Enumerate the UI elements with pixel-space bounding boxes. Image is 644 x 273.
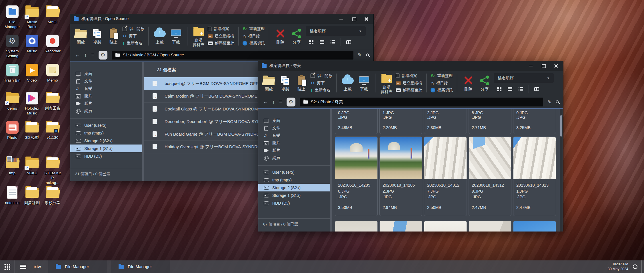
create-archive-button[interactable]: 建立壓縮檔: [396, 80, 423, 86]
settings-button[interactable]: ⚙: [287, 98, 295, 106]
clock[interactable]: 06:37 PM30 May 2024: [608, 262, 628, 272]
view-columns-button[interactable]: [343, 40, 354, 44]
scrollbar-thumb[interactable]: [560, 115, 562, 136]
open-with-button[interactable]: 以...開啟: [123, 26, 144, 32]
taskbar-app-file-manager-1[interactable]: File Manager: [48, 260, 107, 273]
minimize-button[interactable]: [529, 64, 533, 68]
up-button[interactable]: ↑: [272, 99, 275, 104]
desktop-icon-magi[interactable]: MAGI: [43, 5, 62, 25]
address-field[interactable]: S2: / Photo / 奇美: [300, 98, 543, 106]
photo-cell-partial[interactable]: 0.JPG.JPG2.48MB: [335, 109, 378, 134]
minimize-button[interactable]: [339, 17, 343, 21]
rename-button[interactable]: I重新命名: [311, 87, 332, 93]
desktop-icon-system-setting[interactable]: ⚙System Setting: [3, 34, 21, 59]
desktop-icon-tmp[interactable]: tmp: [3, 156, 21, 176]
delete-button[interactable]: 刪除: [461, 74, 475, 92]
desktop-icon-video[interactable]: ▶Video: [23, 64, 41, 83]
search-button[interactable]: [556, 100, 559, 103]
desktop-icon-recorder[interactable]: Recorder: [43, 34, 62, 54]
photo-cell-partial[interactable]: [424, 221, 467, 232]
sidebar-item-desktop[interactable]: 桌面: [70, 70, 142, 78]
photo-cell-partial[interactable]: [513, 221, 556, 232]
paste-button[interactable]: 貼上: [106, 27, 121, 45]
menu-button[interactable]: ≡: [279, 99, 282, 104]
show-desktop-edge[interactable]: [641, 260, 642, 273]
desktop-icon-demo[interactable]: ↗demo: [3, 92, 21, 111]
address-field[interactable]: S1: / Music / BGM / Open Source: [112, 51, 353, 60]
paste-button[interactable]: 貼上: [294, 74, 309, 92]
close-button[interactable]: [364, 17, 368, 21]
desktop-icon-trash-bin[interactable]: Trash Bin: [3, 64, 21, 83]
share-button[interactable]: 分享: [477, 74, 492, 92]
root-button[interactable]: ⌂根目錄: [431, 80, 453, 86]
photo-cell[interactable]: 20230618_143131.JPG.JPG 2.47MB: [513, 136, 556, 216]
refresh-button[interactable]: ↻重新整理: [243, 26, 265, 32]
desktop-icon-photo[interactable]: Photo: [3, 121, 21, 140]
photo-cell[interactable]: 20230618_143129.JPG.JPG 2.47MB: [469, 136, 511, 216]
vertical-scrollbar[interactable]: [560, 109, 563, 232]
view-list-button[interactable]: [505, 87, 515, 91]
taskbar-menu-icon[interactable]: [20, 265, 26, 269]
sort-order-dropdown[interactable]: 檔名順序▼: [306, 26, 366, 36]
sidebar-item-web[interactable]: 網頁: [258, 154, 330, 162]
photo-cell-partial[interactable]: [469, 221, 511, 232]
sidebar-drive-storage2[interactable]: Storage 2 (S2:/): [70, 137, 142, 145]
edit-path-button[interactable]: ✎: [358, 52, 362, 58]
photo-cell-partial[interactable]: 2.JPG.JPG2.30MB: [424, 109, 467, 134]
desktop-icon-music[interactable]: Music: [23, 34, 41, 54]
sidebar-drive-user[interactable]: User (user:/): [70, 121, 142, 129]
refresh-button[interactable]: ↻重新整理: [431, 73, 453, 79]
back-button[interactable]: ←: [75, 52, 80, 58]
power-icon[interactable]: [633, 264, 637, 269]
cut-button[interactable]: ✂剪下: [311, 80, 332, 86]
file-info-button[interactable]: i檔案資訊: [431, 87, 453, 93]
new-folder-button[interactable]: 新增 資料夾: [191, 25, 206, 47]
view-grid-button[interactable]: [494, 87, 505, 91]
sidebar-item-documents[interactable]: 文件: [70, 78, 142, 85]
sidebar-item-web[interactable]: 網頁: [70, 107, 142, 115]
download-button[interactable]: 下載: [357, 74, 371, 92]
sidebar-drive-storage1[interactable]: Storage 1 (S1:/): [258, 191, 330, 199]
desktop-icon-stem-kit[interactable]: STEM Kit P ackag...: [43, 156, 62, 185]
view-columns-button[interactable]: [531, 87, 542, 91]
back-button[interactable]: ←: [263, 99, 268, 104]
sidebar-drive-hdd[interactable]: HDD (D:/): [258, 199, 330, 207]
view-grid-button[interactable]: [306, 40, 317, 44]
share-button[interactable]: 分享: [289, 27, 304, 45]
desktop-icon-v1130[interactable]: v1.130: [43, 121, 62, 140]
settings-button[interactable]: ⚙: [99, 51, 107, 60]
desktop-icon-music-bank[interactable]: ↗Music Bank: [23, 5, 41, 29]
photo-cell-partial[interactable]: 9.JPG.JPG3.25MB: [513, 109, 556, 134]
view-detail-button[interactable]: [327, 40, 338, 44]
extract-here-button[interactable]: 解壓縮至此: [396, 87, 423, 93]
sidebar-item-documents[interactable]: 文件: [258, 124, 330, 132]
app-launcher-icon[interactable]: [4, 264, 10, 270]
photo-cell-partial[interactable]: 8.JPG.JPG2.71MB: [469, 109, 511, 134]
titlebar[interactable]: 檔案管理員 - Open Source: [70, 14, 373, 24]
taskbar-app-file-manager-2[interactable]: File Manager: [111, 260, 170, 273]
sidebar-item-pictures[interactable]: 圖片: [258, 139, 330, 147]
desktop-icon-memo[interactable]: Memo: [43, 64, 62, 83]
titlebar[interactable]: 檔案管理員 - 奇美: [258, 61, 563, 71]
photo-cell[interactable]: 20230618_142850.JPG.JPG 3.50MB: [335, 136, 378, 216]
view-detail-button[interactable]: [515, 87, 526, 91]
sidebar-drive-hdd[interactable]: HDD (D:/): [70, 152, 142, 160]
sidebar-item-music[interactable]: 音樂: [70, 85, 142, 92]
sidebar-item-videos[interactable]: 影片: [258, 147, 330, 154]
create-archive-button[interactable]: 建立壓縮檔: [208, 33, 235, 39]
photo-cell[interactable]: 20230618_142852.JPG.JPG 2.94MB: [379, 136, 422, 216]
root-button[interactable]: ⌂根目錄: [243, 33, 265, 39]
sidebar-item-pictures[interactable]: 圖片: [70, 92, 142, 100]
close-button[interactable]: [554, 64, 558, 68]
sort-order-dropdown[interactable]: 檔名順序▼: [494, 73, 554, 83]
maximize-button[interactable]: [352, 17, 356, 21]
extract-here-button[interactable]: 解壓縮至此: [208, 40, 235, 46]
desktop-icon-maker-factory[interactable]: 創客工廠: [43, 92, 62, 111]
up-button[interactable]: ↑: [84, 52, 87, 58]
cut-button[interactable]: ✂剪下: [123, 33, 144, 39]
new-file-button[interactable]: 新增檔案: [396, 73, 423, 79]
edit-path-button[interactable]: ✎: [547, 99, 551, 105]
view-list-button[interactable]: [317, 40, 327, 44]
new-file-button[interactable]: 新增檔案: [208, 26, 235, 32]
desktop-icon-3d-models[interactable]: 3D 模型: [23, 121, 41, 140]
